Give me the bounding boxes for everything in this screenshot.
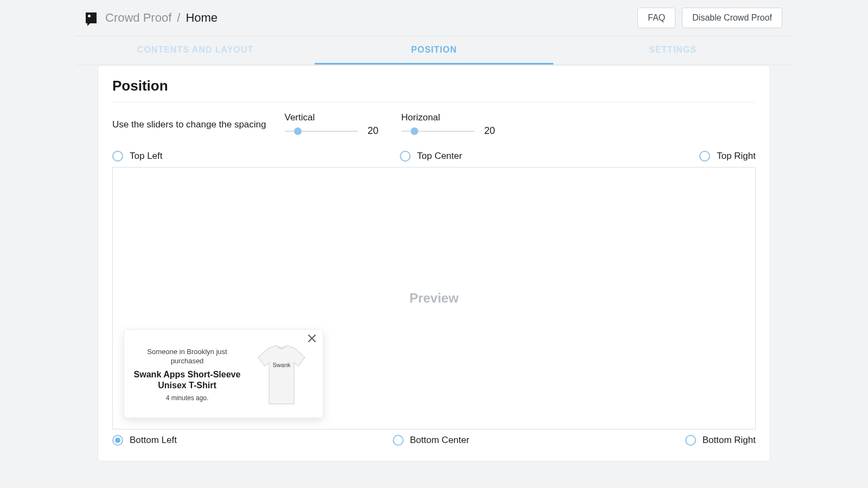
disable-button[interactable]: Disable Crowd Proof [682,8,782,28]
close-icon[interactable] [308,334,317,344]
radio-icon [685,435,696,446]
vertical-slider-block: Vertical 20 [285,112,383,137]
sliders-instruction: Use the sliders to change the spacing [112,119,266,130]
page-title: Position [112,78,756,94]
vertical-slider-thumb[interactable] [294,127,302,135]
tab-contents-and-layout[interactable]: CONTENTS AND LAYOUT [76,36,315,65]
radio-bottom-right[interactable]: Bottom Right [685,435,756,446]
faq-button[interactable]: FAQ [637,8,675,28]
tab-position[interactable]: POSITION [315,36,553,65]
tshirt-icon: Swank [252,342,311,407]
bottom-position-radios: Bottom Left Bottom Center Bottom Right [112,435,756,446]
radio-bottom-center[interactable]: Bottom Center [393,435,470,446]
radio-top-left[interactable]: Top Left [112,151,163,162]
notification-popup: Someone in Brooklyn just purchased Swank… [124,329,323,418]
notification-lead: Someone in Brooklyn just purchased [133,348,241,366]
radio-label: Bottom Center [410,435,470,446]
horizontal-slider[interactable] [401,131,475,132]
radio-icon [400,151,411,162]
app-logo-icon [86,12,97,23]
horizontal-slider-block: Horizonal 20 [401,112,500,137]
preview-label: Preview [410,291,459,306]
radio-icon [699,151,710,162]
breadcrumb-app[interactable]: Crowd Proof [105,11,171,25]
svg-text:Swank: Swank [272,362,291,368]
radio-icon [393,435,404,446]
notification-time: 4 minutes ago. [133,394,241,402]
radio-icon [112,435,123,446]
tabs: CONTENTS AND LAYOUT POSITION SETTINGS [76,36,792,65]
notification-product: Swank Apps Short-Sleeve Unisex T-Shirt [133,369,241,391]
radio-top-right[interactable]: Top Right [699,151,756,162]
notification-product-image: Swank [249,339,314,410]
radio-bottom-left[interactable]: Bottom Left [112,435,177,446]
sliders-row: Use the sliders to change the spacing Ve… [112,112,756,137]
vertical-slider-label: Vertical [285,112,383,123]
breadcrumb-page[interactable]: Home [186,11,218,25]
breadcrumb: Crowd Proof / Home [86,11,218,25]
radio-label: Top Left [130,151,163,162]
radio-label: Bottom Left [130,435,177,446]
radio-label: Bottom Right [703,435,756,446]
horizontal-slider-value: 20 [484,125,500,137]
header-actions: FAQ Disable Crowd Proof [637,8,782,28]
vertical-slider[interactable] [285,131,358,132]
tab-settings[interactable]: SETTINGS [553,36,792,65]
horizontal-slider-thumb[interactable] [411,127,418,135]
breadcrumb-separator: / [177,11,180,25]
top-position-radios: Top Left Top Center Top Right [112,151,756,162]
app-header: Crowd Proof / Home FAQ Disable Crowd Pro… [76,0,792,36]
radio-icon [112,151,123,162]
horizontal-slider-label: Horizonal [401,112,500,123]
radio-label: Top Right [717,151,756,162]
preview-box: Preview Someone in Brooklyn just purchas… [112,167,756,429]
radio-top-center[interactable]: Top Center [400,151,462,162]
divider [112,102,756,102]
position-card: Position Use the sliders to change the s… [98,65,770,461]
vertical-slider-value: 20 [368,125,383,137]
radio-label: Top Center [417,151,462,162]
